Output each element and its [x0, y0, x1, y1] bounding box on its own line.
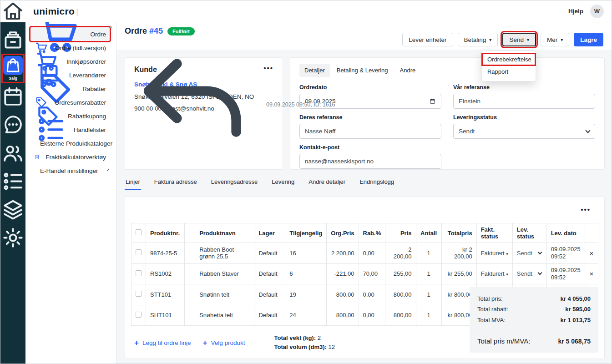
secondary-sidebar: ▲ Ordre Ordre (tidl.versjon) Innkjøpsord… — [25, 22, 116, 364]
caret-down-icon: ▾ — [527, 37, 529, 42]
rail-item-calendar[interactable] — [0, 82, 25, 111]
app-window: unimicro | Hjelp W Salg — [0, 0, 612, 364]
sidebar-item-rabatter[interactable]: Rabatter — [30, 82, 110, 96]
caret-down-icon: ▾ — [506, 272, 508, 277]
col-lev-status: Lev. status — [517, 226, 534, 240]
rail-item-settings[interactable] — [0, 223, 25, 252]
cell-empty — [184, 263, 195, 284]
grand-total-label: Total pris m/MVA: — [477, 337, 530, 345]
row-checkbox[interactable] — [136, 291, 142, 297]
sidebar-item-label: Eksterne Produktkataloger — [40, 140, 112, 147]
caret-down-icon: ▾ — [506, 252, 508, 256]
rail-item-checklist[interactable] — [0, 167, 25, 195]
sidebar-item-ordre[interactable]: Ordre — [30, 27, 110, 41]
rail-item-chat[interactable] — [0, 111, 25, 139]
home-button[interactable] — [0, 0, 25, 22]
row-checkbox[interactable] — [136, 249, 142, 255]
details-card: Detaljer Betaling & Levering Andre Ordre… — [290, 57, 605, 170]
cell-orgpris: 800,00 — [327, 284, 359, 305]
fakt-status-dropdown[interactable]: Fakturert ▾ — [481, 250, 508, 257]
tab-andre-detaljer[interactable]: Andre detaljer — [308, 177, 346, 190]
logo-text: unimicro — [33, 6, 75, 17]
cell-pris: 800,00 — [385, 305, 416, 326]
rail-item-label: Salg — [9, 76, 17, 81]
save-button[interactable]: Lagre — [574, 33, 603, 46]
more-button[interactable]: Mer▾ — [541, 33, 569, 46]
salg-active-tile[interactable] — [3, 56, 23, 75]
sidebar-item-label: Ordre (tidl.versjon) — [55, 45, 106, 51]
col-produktnavn: Produktnavn — [199, 230, 235, 237]
rail-item-layers[interactable] — [0, 195, 25, 223]
tab-levering[interactable]: Levering — [271, 177, 295, 190]
cell-rab: 0,00 — [359, 284, 385, 305]
back-button[interactable] — [125, 36, 261, 173]
sidebar-item-ehandel-innstillinger[interactable]: E-Handel innstillinger — [30, 164, 110, 177]
tab-endringslogg[interactable]: Endringslogg — [359, 177, 395, 190]
weight-label: Total vekt (kg): — [274, 334, 316, 341]
topbar: unimicro | Hjelp W — [0, 0, 612, 22]
cell-empty — [184, 284, 195, 305]
payment-button[interactable]: Betaling▾ — [458, 33, 498, 46]
col-totalpris: Totalpris — [448, 230, 472, 237]
fakt-status-dropdown[interactable]: Fakturert ▾ — [481, 270, 508, 277]
user-avatar[interactable]: W — [590, 5, 604, 18]
delete-row-button[interactable]: × — [589, 249, 594, 257]
col-lev-dato: Lev. dato — [551, 230, 577, 237]
deliver-units-button[interactable]: Lever enheter — [402, 33, 453, 46]
tab-linjer[interactable]: Linjer — [125, 177, 141, 190]
rail-item-salg[interactable]: Salg — [0, 54, 25, 82]
sidebar-item-label: Ordresumsrabatter — [55, 99, 106, 106]
tab-faktura-adresse[interactable]: Faktura adresse — [153, 177, 198, 190]
menu-item-rapport[interactable]: Rapport — [482, 66, 536, 78]
calendar-icon[interactable] — [429, 98, 436, 105]
chevron-down-icon — [537, 271, 542, 275]
choose-product-button[interactable]: +Velg produkt — [203, 334, 245, 352]
row-checkbox[interactable] — [136, 312, 142, 318]
order-number-link[interactable]: #45 — [149, 26, 163, 35]
cell-productnr: STT101 — [146, 284, 185, 305]
leveringsstatus-select[interactable]: Sendt — [453, 124, 595, 139]
plus-icon: + — [134, 339, 139, 347]
sidebar-item-label: E-Handel innstillinger — [40, 167, 98, 174]
back-arrow-icon — [125, 36, 261, 173]
col-antall: Antall — [420, 230, 437, 237]
send-button[interactable]: Send▾ — [502, 33, 536, 46]
rail-item-archive[interactable] — [0, 26, 25, 54]
lev-status-select[interactable]: Sendt — [517, 250, 542, 257]
add-order-line-button[interactable]: +Legg til ordre linje — [134, 334, 191, 352]
row-checkbox[interactable] — [136, 270, 142, 276]
sidebar-item-handlelister[interactable]: Handlelister — [30, 123, 110, 136]
lev-status-select[interactable]: Sendt — [517, 270, 542, 277]
cell-empty — [184, 305, 195, 326]
help-link[interactable]: Hjelp — [568, 8, 583, 15]
cell-tilgjengelig: 6 — [285, 263, 327, 284]
cell-lager: Default — [254, 284, 285, 305]
tab-andre[interactable]: Andre — [395, 64, 421, 77]
annotation-box-salg: Salg — [3, 55, 23, 82]
calculator-icon — [34, 154, 40, 160]
weight-volume-summary: Total vekt (kg): 2 Total volum (dm3): 12 — [274, 334, 335, 352]
select-all-checkbox[interactable] — [136, 229, 142, 235]
cell-lager: Default — [254, 263, 285, 284]
var-referanse-input[interactable]: Einstein — [453, 94, 595, 109]
sidebar-item-fraktkalkulatorverktoy[interactable]: Fraktkalkulatorverktøy — [30, 150, 110, 164]
collapse-arrow-icon[interactable]: ▲ — [109, 24, 113, 29]
total-mva-value: kr 1 013,75 — [560, 315, 591, 325]
tab-leveringsadresse[interactable]: Leveringsadresse — [210, 177, 259, 190]
chevron-down-icon — [585, 128, 590, 133]
rail-item-people[interactable] — [0, 139, 25, 167]
delete-row-button[interactable]: × — [589, 270, 594, 278]
cell-lev-dato: 09.09.202509:52 — [546, 263, 585, 284]
gear-icon — [0, 225, 25, 250]
status-badge: Fullført — [167, 27, 195, 35]
menu-item-ordrebekreftelse[interactable]: Ordrebekreftelse — [482, 53, 536, 66]
chevron-down-icon — [106, 168, 109, 171]
col-tilgjengelig: Tilgjengelig — [289, 230, 322, 237]
cell-totalpris: kr 2 200,00 — [441, 243, 476, 264]
tab-betaling-levering[interactable]: Betaling & Levering — [332, 64, 393, 77]
sidebar-item-label: Rabattkupong — [68, 113, 106, 120]
cell-antall: 1 — [416, 284, 441, 305]
lines-menu-button[interactable]: ••• — [581, 207, 591, 212]
col-orgpris: Org.Pris — [331, 230, 354, 237]
shopping-bag-icon — [3, 56, 23, 75]
